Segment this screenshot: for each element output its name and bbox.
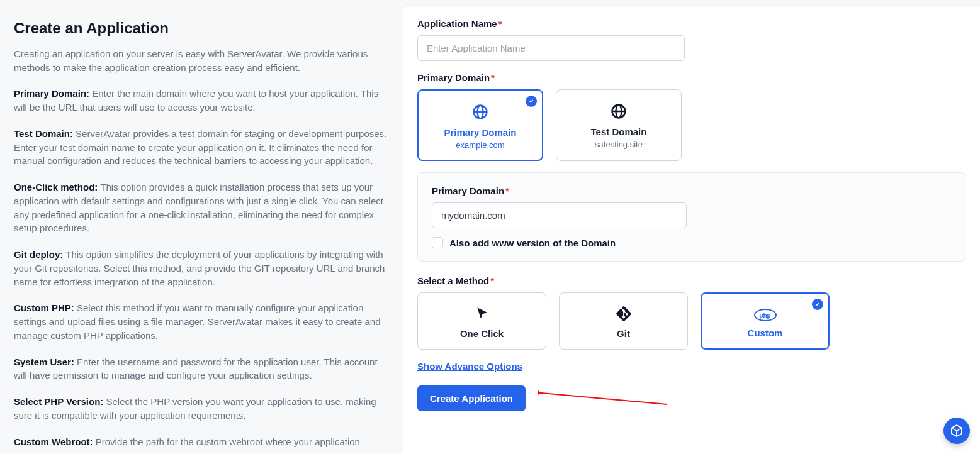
check-icon [812, 299, 823, 310]
app-name-label: Application Name* [417, 18, 966, 29]
git-icon [616, 306, 632, 322]
help-item-label: One-Click method: [14, 182, 98, 192]
check-icon [526, 96, 537, 107]
cube-icon [949, 423, 964, 438]
primary-domain-input-label: Primary Domain* [432, 185, 952, 196]
app-name-input[interactable] [417, 35, 685, 61]
svg-line-0 [541, 393, 667, 404]
method-option-custom[interactable]: php Custom [701, 292, 830, 350]
globe-icon [610, 102, 628, 120]
primary-domain-input[interactable] [432, 202, 687, 228]
method-option-git[interactable]: Git [559, 292, 688, 350]
cursor-icon [474, 306, 490, 322]
method-label: Select a Method* [417, 275, 966, 286]
create-application-button[interactable]: Create Application [417, 385, 526, 411]
help-item-label: Custom PHP: [14, 302, 74, 313]
page-title: Create an Application [14, 18, 390, 40]
help-item-label: Select PHP Version: [14, 396, 103, 407]
domain-option-title: Test Domain [563, 126, 675, 137]
help-item-label: Test Domain: [14, 128, 73, 139]
help-item-label: Git deploy: [14, 249, 63, 260]
help-item-label: Custom Webroot: [14, 436, 93, 447]
help-fab[interactable] [943, 418, 970, 444]
help-item-label: Primary Domain: [14, 88, 89, 99]
form-panel: Application Name* Primary Domain* Primar… [403, 5, 980, 454]
method-title: Git [566, 328, 681, 339]
method-title: One Click [424, 328, 539, 339]
www-checkbox[interactable] [432, 237, 443, 248]
domain-option-test[interactable]: Test Domain satesting.site [556, 89, 682, 161]
domain-option-primary[interactable]: Primary Domain example.com [417, 89, 543, 161]
domain-option-sub: satesting.site [563, 140, 675, 149]
annotation-arrow [538, 389, 670, 408]
intro-text: Creating an application on your server i… [14, 47, 390, 75]
help-item-text: This option simplifies the deployment of… [14, 249, 385, 287]
domain-option-title: Primary Domain [425, 127, 536, 138]
help-item-label: System User: [14, 357, 74, 367]
method-option-one-click[interactable]: One Click [417, 292, 546, 350]
advance-options-link[interactable]: Show Advance Options [417, 361, 522, 372]
help-panel: Create an Application Creating an applic… [0, 5, 403, 454]
globe-icon [471, 103, 489, 121]
www-checkbox-label: Also add www version of the Domain [449, 238, 616, 248]
help-item-text: Provide the path for the custom webroot … [93, 436, 360, 447]
php-icon: php [754, 309, 777, 321]
primary-domain-panel: Primary Domain* Also add www version of … [417, 172, 966, 262]
method-title: Custom [708, 328, 822, 338]
primary-domain-label: Primary Domain* [417, 72, 966, 83]
domain-option-sub: example.com [425, 140, 536, 150]
